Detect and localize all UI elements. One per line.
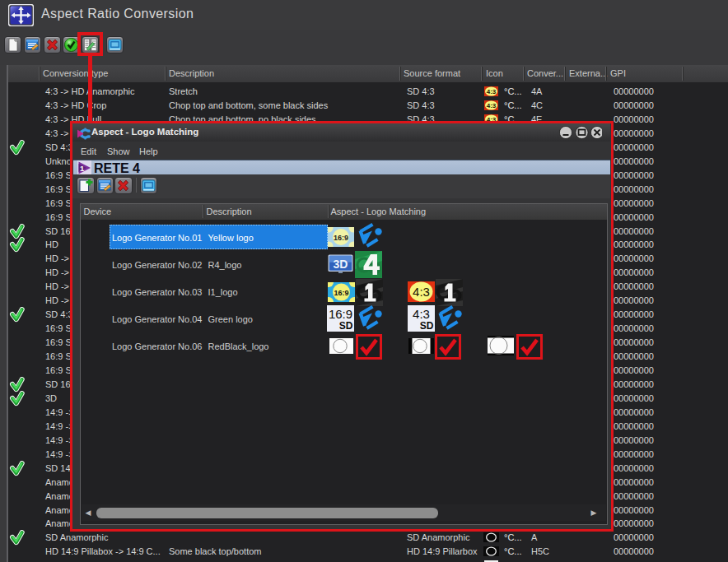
svg-text:4:3: 4:3 <box>487 88 497 95</box>
svg-text:16:9: 16:9 <box>328 307 352 321</box>
svg-text:1: 1 <box>80 164 85 173</box>
svg-text:SD: SD <box>420 320 434 332</box>
svg-text:SD: SD <box>338 320 352 332</box>
svg-text:16:9: 16:9 <box>334 288 348 296</box>
svg-text:4:3: 4:3 <box>413 307 430 321</box>
svg-text:4:3: 4:3 <box>413 285 430 299</box>
svg-text:3D: 3D <box>334 258 348 271</box>
svg-text:16:9: 16:9 <box>334 234 348 242</box>
svg-text:4:3: 4:3 <box>487 102 497 109</box>
